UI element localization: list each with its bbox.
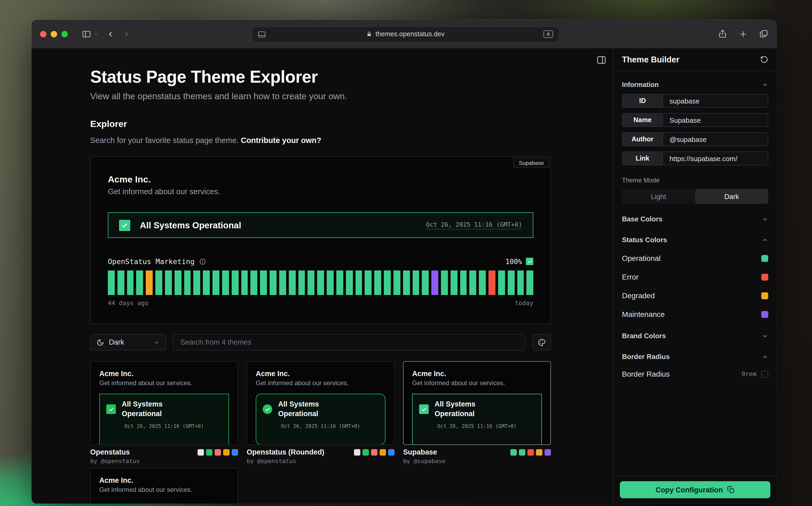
status-color-maintenance: Maintenance [622,310,768,319]
section-border-radius[interactable]: Border Radius [622,353,768,361]
theme-card-preview[interactable]: Acme Inc. Get informed about our service… [90,361,238,445]
contribute-link[interactable]: Contribute your own? [241,136,321,145]
theme-mode-select[interactable]: Dark [90,334,166,350]
tracker-bar-operational[interactable] [451,270,457,295]
info-icon[interactable] [199,258,206,265]
tracker-bar-operational[interactable] [336,270,343,295]
tracker-bar-operational[interactable] [118,270,124,295]
tracker-bar-operational[interactable] [213,270,219,295]
tracker-bar-operational[interactable] [155,270,162,295]
mini-company-name: Acme Inc. [412,370,542,378]
tab-overview-icon[interactable] [759,29,768,38]
tracker-bar-maintenance[interactable] [431,270,438,295]
tracker-bar-operational[interactable] [327,270,334,295]
color-swatch[interactable] [761,292,768,299]
sidebar-toggle-icon[interactable] [82,29,91,39]
section-brand-colors[interactable]: Brand Colors [622,332,768,340]
tracker-bar-operational[interactable] [527,270,534,295]
tracker-bar-operational[interactable] [174,270,181,295]
tracker-bar-operational[interactable] [393,270,400,295]
tracker-bar-operational[interactable] [194,270,201,295]
color-swatch[interactable] [761,255,768,262]
tracker-range-start: 44 days ago [108,299,148,307]
builder-title: Theme Builder [622,55,679,64]
tracker-bar-operational[interactable] [460,270,467,295]
translate-icon[interactable]: A [543,30,553,38]
tracker-bar-operational[interactable] [308,270,315,295]
tracker-bar-operational[interactable] [517,270,524,295]
border-radius-value[interactable]: 0rem [742,370,756,378]
field-value[interactable]: https://supabase.com/ [663,152,768,165]
border-radius-input[interactable] [761,370,768,377]
tracker-bar-operational[interactable] [355,270,362,295]
theme-color-swatch [544,449,551,455]
builder-panel-toggle-icon[interactable] [596,55,606,67]
palette-button[interactable] [532,334,551,350]
new-tab-icon[interactable] [739,29,747,38]
tracker-bar-operational[interactable] [136,270,143,295]
tracker-bar-operational[interactable] [241,270,248,295]
tracker-bar-operational[interactable] [365,270,372,295]
back-button[interactable] [106,29,115,38]
tracker-bar-operational[interactable] [479,270,486,295]
tracker-bar-operational[interactable] [422,270,429,295]
zoom-window-button[interactable] [61,31,68,37]
tracker-bar-operational[interactable] [270,270,277,295]
builder-footer: Copy Configuration [613,476,777,504]
field-value[interactable]: Supabase [663,114,768,126]
tracker-bar-operational[interactable] [317,270,324,295]
tracker-bar-degraded[interactable] [146,270,153,295]
explorer-controls: Dark [90,334,551,350]
theme-mode-segmented: Light Dark [622,189,768,204]
theme-card-preview[interactable]: Acme Inc. Get informed about our service… [403,361,551,445]
copy-configuration-button[interactable]: Copy Configuration [620,481,770,498]
status-timestamp[interactable]: Oct 26, 2025 11:16 (GMT+0) [426,221,522,229]
tracker-bar-operational[interactable] [222,270,229,295]
tracker-bar-operational[interactable] [251,270,257,295]
tracker-bar-operational[interactable] [279,270,286,295]
tracker-bar-operational[interactable] [441,270,448,295]
field-label: Name [622,114,663,126]
chevron-up-icon [762,353,768,360]
address-bar[interactable]: themes.openstatus.dev A [252,27,559,41]
theme-search-input[interactable] [173,334,525,350]
tracker-bar-operational[interactable] [384,270,391,295]
tracker-bar-operational[interactable] [232,270,239,295]
tracker-bar-operational[interactable] [184,270,191,295]
theme-mode-dark-button[interactable]: Dark [695,189,768,204]
border-radius-row: Border Radius 0rem [622,370,768,378]
tracker-bar-operational[interactable] [108,270,115,295]
tracker-bar-error[interactable] [489,270,496,295]
theme-card-preview[interactable]: Acme Inc. Get informed about our service… [247,361,394,445]
color-swatch[interactable] [761,273,768,280]
tracker-bar-operational[interactable] [165,270,172,295]
chevron-down-icon[interactable] [93,31,99,36]
tracker-bar-operational[interactable] [508,270,515,295]
theme-mode-light-button[interactable]: Light [622,189,695,204]
tracker-bar-operational[interactable] [203,270,210,295]
section-information[interactable]: Information [622,81,768,89]
close-window-button[interactable] [40,31,47,37]
field-value[interactable]: @supabase [663,133,768,146]
forward-button[interactable] [122,29,131,38]
tracker-bar-operational[interactable] [469,270,476,295]
tracker-bar-operational[interactable] [498,270,505,295]
tracker-bar-operational[interactable] [346,270,353,295]
url-text: themes.openstatus.dev [376,30,445,38]
color-swatch[interactable] [761,311,768,318]
field-value[interactable]: supabase [663,94,768,107]
share-icon[interactable] [718,29,727,38]
reset-icon[interactable] [760,56,768,64]
minimize-window-button[interactable] [51,31,57,37]
tracker-bar-operational[interactable] [403,270,410,295]
page-settings-icon[interactable] [258,31,266,37]
section-base-colors[interactable]: Base Colors [622,215,768,223]
tracker-bar-operational[interactable] [289,270,295,295]
tracker-bar-operational[interactable] [374,270,381,295]
section-status-colors[interactable]: Status Colors [622,236,768,244]
theme-card-preview[interactable]: Acme Inc. Get informed about our service… [90,468,238,504]
tracker-bar-operational[interactable] [413,270,419,295]
tracker-bar-operational[interactable] [298,270,305,295]
tracker-bar-operational[interactable] [127,270,134,295]
tracker-bar-operational[interactable] [260,270,267,295]
